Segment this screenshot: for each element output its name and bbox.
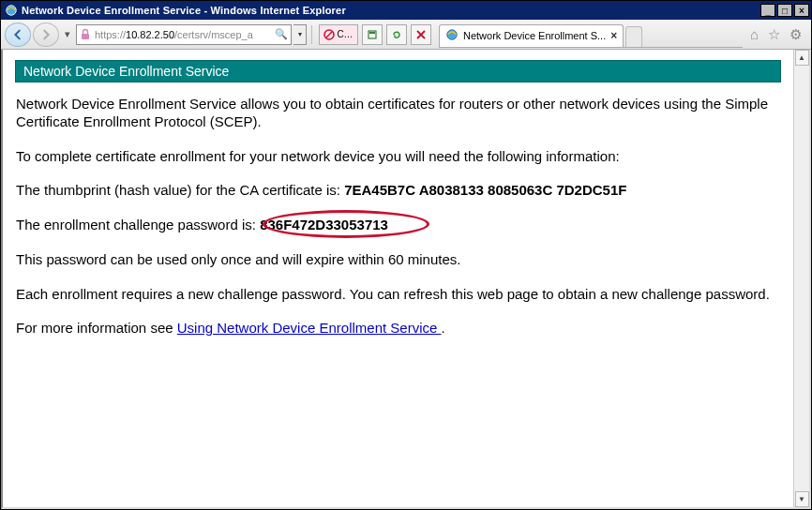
moreinfo-prefix: For more information see bbox=[16, 320, 177, 336]
challenge-password-value: 836F472D33053713 bbox=[260, 217, 388, 232]
minimize-button[interactable]: _ bbox=[760, 4, 775, 17]
favorites-icon[interactable]: ☆ bbox=[768, 26, 780, 43]
page-title-bar: Network Device Enrollment Service bbox=[15, 60, 781, 82]
close-button[interactable]: × bbox=[794, 4, 809, 17]
compat-icon-button[interactable] bbox=[362, 24, 383, 45]
maximize-button[interactable]: □ bbox=[777, 4, 792, 17]
nav-history-dropdown[interactable]: ▾ bbox=[61, 22, 74, 47]
thumbprint-prefix: The thumbprint (hash value) for the CA c… bbox=[16, 182, 344, 198]
instructions-paragraph: To complete certificate enrollment for y… bbox=[16, 148, 780, 166]
tab-favicon-icon bbox=[445, 28, 459, 43]
home-icon[interactable]: ⌂ bbox=[750, 26, 759, 42]
moreinfo-link[interactable]: Using Network Device Enrollment Service bbox=[177, 320, 442, 336]
challenge-prefix: The enrollment challenge password is: bbox=[16, 217, 260, 232]
ie-logo-icon bbox=[5, 4, 18, 17]
scroll-down-button[interactable]: ▼ bbox=[795, 491, 809, 507]
new-tab-button[interactable] bbox=[625, 26, 642, 47]
forward-button[interactable] bbox=[33, 22, 59, 47]
address-text: https://10.82.2.50/certsrv/mscep_a bbox=[95, 29, 271, 40]
moreinfo-suffix: . bbox=[442, 320, 445, 336]
compat-view-label: C… bbox=[337, 29, 353, 39]
svg-line-3 bbox=[326, 32, 332, 38]
tab-strip: Network Device Enrollment S... × bbox=[439, 22, 743, 48]
thumbprint-value: 7EA45B7C A8038133 8085063C 7D2DC51F bbox=[344, 182, 626, 198]
vertical-scrollbar[interactable]: ▲ ▼ bbox=[793, 50, 809, 507]
svg-rect-5 bbox=[369, 32, 375, 34]
toolbar-separator bbox=[311, 25, 312, 44]
compat-view-button[interactable]: C… bbox=[319, 24, 358, 45]
refresh-paragraph: Each enrollment requires a new challenge… bbox=[16, 286, 780, 304]
toolbar-right-icons: ⌂ ☆ ⚙ bbox=[744, 26, 807, 43]
tab-close-button[interactable]: × bbox=[610, 29, 617, 42]
thumbprint-line: The thumbprint (hash value) for the CA c… bbox=[16, 182, 780, 200]
expiry-paragraph: This password can be used only once and … bbox=[16, 251, 780, 269]
scroll-up-button[interactable]: ▲ bbox=[795, 50, 809, 66]
moreinfo-paragraph: For more information see Using Network D… bbox=[16, 320, 780, 338]
browser-toolbar: ▾ https://10.82.2.50/certsrv/mscep_a 🔍 ▾… bbox=[1, 20, 811, 50]
address-bar[interactable]: https://10.82.2.50/certsrv/mscep_a 🔍 bbox=[76, 24, 292, 45]
search-icon[interactable]: 🔍 bbox=[274, 28, 289, 40]
tab-title: Network Device Enrollment S... bbox=[463, 30, 606, 41]
svg-rect-1 bbox=[82, 34, 89, 39]
window-title: Network Device Enrollment Service - Wind… bbox=[22, 5, 759, 16]
tab-active[interactable]: Network Device Enrollment S... × bbox=[439, 24, 624, 47]
intro-paragraph: Network Device Enrollment Service allows… bbox=[16, 96, 780, 131]
challenge-line: The enrollment challenge password is: 83… bbox=[16, 217, 780, 234]
stop-button[interactable] bbox=[411, 24, 431, 45]
window-titlebar: Network Device Enrollment Service - Wind… bbox=[1, 1, 811, 20]
content-viewport: Network Device Enrollment Service Networ… bbox=[1, 50, 811, 509]
lock-icon bbox=[79, 28, 92, 41]
page-body: Network Device Enrollment Service Networ… bbox=[3, 50, 793, 507]
address-dropdown[interactable]: ▾ bbox=[293, 24, 307, 45]
tools-gear-icon[interactable]: ⚙ bbox=[789, 26, 802, 43]
refresh-button[interactable] bbox=[386, 24, 407, 45]
back-button[interactable] bbox=[5, 22, 31, 47]
